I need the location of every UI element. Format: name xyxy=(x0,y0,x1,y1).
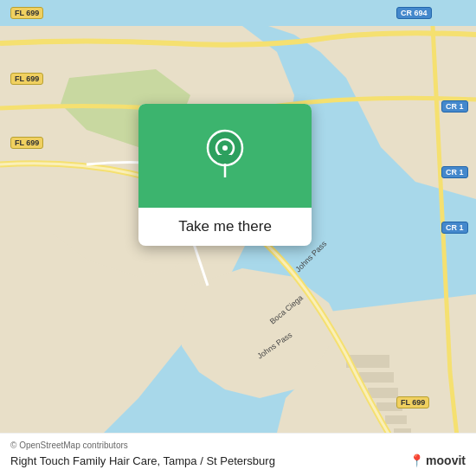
fl-699-shield-left: FL 699 xyxy=(10,137,43,149)
svg-rect-8 xyxy=(359,372,394,383)
svg-rect-9 xyxy=(368,388,398,398)
fl-699-shield-top: FL 699 xyxy=(10,7,43,19)
card-text-section: Take me there xyxy=(138,208,312,246)
business-info: Right Touch Family Hair Care, Tampa / St… xyxy=(10,453,466,467)
cr-694-shield: CR 694 xyxy=(396,7,432,19)
copyright-text: © OpenStreetMap contributors xyxy=(10,441,466,450)
fl-699-shield-mid: FL 699 xyxy=(10,73,43,85)
cr-1-shield-1: CR 1 xyxy=(441,100,468,113)
take-me-there-label[interactable]: Take me there xyxy=(178,218,272,235)
bottom-bar: © OpenStreetMap contributors Right Touch… xyxy=(0,433,476,476)
map-container: Johns Pass Johns Pass Boca Ciega FL 699 … xyxy=(0,0,476,476)
svg-point-18 xyxy=(222,145,228,151)
destination-pin-icon: 📍 xyxy=(409,453,424,467)
card-green-section xyxy=(138,104,312,208)
svg-rect-11 xyxy=(385,415,407,424)
cr-1-shield-2: CR 1 xyxy=(441,166,468,178)
fl-699-shield-bottom: FL 699 xyxy=(396,396,429,408)
cr-1-shield-3: CR 1 xyxy=(441,222,468,234)
moovit-text: moovit xyxy=(426,453,466,467)
location-pin-icon xyxy=(203,129,248,183)
moovit-logo: 📍 moovit xyxy=(409,453,466,467)
info-card: Take me there xyxy=(138,104,312,246)
business-name: Right Touch Family Hair Care, Tampa / St… xyxy=(10,454,275,467)
